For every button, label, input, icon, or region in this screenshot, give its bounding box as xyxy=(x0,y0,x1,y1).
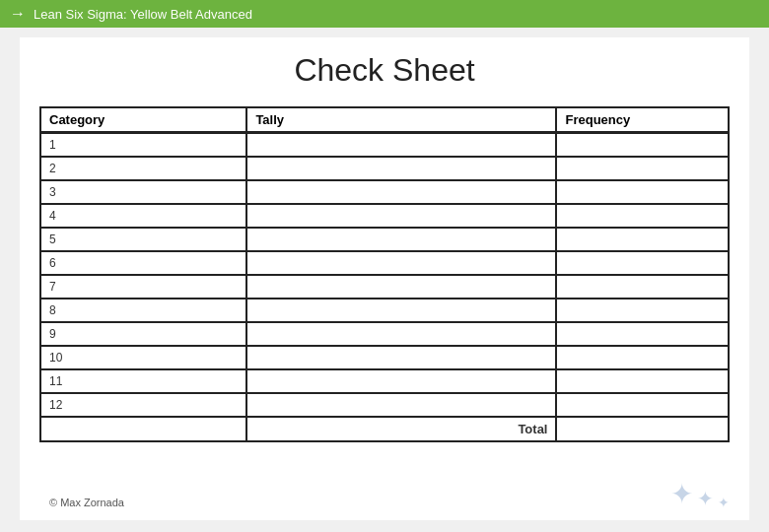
row-frequency xyxy=(556,204,729,228)
row-tally xyxy=(246,299,556,322)
star-icon-medium: ✦ xyxy=(697,487,714,510)
check-sheet-table: Category Tally Frequency 1 2 3 4 5 xyxy=(39,106,730,442)
row-number: 11 xyxy=(40,369,246,393)
page-title: Check Sheet xyxy=(39,52,730,89)
header-tally: Tally xyxy=(246,107,556,133)
row-number: 7 xyxy=(40,275,246,299)
main-content: Check Sheet Category Tally Frequency 1 2… xyxy=(20,37,749,520)
course-title: Lean Six Sigma: Yellow Belt Advanced xyxy=(34,7,252,22)
row-number: 1 xyxy=(40,133,246,158)
row-number: 12 xyxy=(40,393,246,417)
row-tally xyxy=(246,157,556,180)
row-number: 4 xyxy=(40,204,246,228)
row-tally xyxy=(246,228,556,251)
total-tally-cell: Total xyxy=(246,417,556,441)
table-row: 7 xyxy=(40,275,729,299)
row-number: 5 xyxy=(40,228,246,251)
row-tally xyxy=(246,346,556,369)
table-row: 8 xyxy=(40,299,729,322)
header-category: Category xyxy=(40,107,246,133)
copyright-text: © Max Zornada xyxy=(49,497,124,508)
table-row: 4 xyxy=(40,204,729,228)
row-tally xyxy=(246,133,556,158)
table-row: 12 xyxy=(40,393,729,417)
row-tally xyxy=(246,204,556,228)
row-tally xyxy=(246,322,556,346)
table-row: 9 xyxy=(40,322,729,346)
row-number: 8 xyxy=(40,299,246,322)
row-number: 6 xyxy=(40,251,246,275)
top-bar: → Lean Six Sigma: Yellow Belt Advanced xyxy=(0,0,769,28)
arrow-icon: → xyxy=(10,5,26,23)
row-tally xyxy=(246,275,556,299)
row-number: 9 xyxy=(40,322,246,346)
row-frequency xyxy=(556,393,729,417)
row-tally xyxy=(246,393,556,417)
row-tally xyxy=(246,369,556,393)
table-row: 3 xyxy=(40,180,729,204)
row-frequency xyxy=(556,299,729,322)
row-tally xyxy=(246,180,556,204)
table-header-row: Category Tally Frequency xyxy=(40,107,729,133)
table-row: 2 xyxy=(40,157,729,180)
table-row: 10 xyxy=(40,346,729,369)
table-row: 5 xyxy=(40,228,729,251)
row-frequency xyxy=(556,157,729,180)
row-frequency xyxy=(556,180,729,204)
decorative-stars: ✦ ✦ ✦ xyxy=(670,478,730,510)
row-frequency xyxy=(556,346,729,369)
row-frequency xyxy=(556,251,729,275)
row-number: 2 xyxy=(40,157,246,180)
table-row: 1 xyxy=(40,133,729,158)
row-frequency xyxy=(556,322,729,346)
star-icon-large: ✦ xyxy=(670,478,693,510)
row-frequency xyxy=(556,133,729,158)
header-frequency: Frequency xyxy=(556,107,729,133)
table-row: 6 xyxy=(40,251,729,275)
row-frequency xyxy=(556,369,729,393)
row-tally xyxy=(246,251,556,275)
total-frequency-cell xyxy=(556,417,729,441)
total-row: Total xyxy=(40,417,729,441)
row-frequency xyxy=(556,228,729,251)
total-label-cell xyxy=(40,417,246,441)
row-number: 10 xyxy=(40,346,246,369)
row-number: 3 xyxy=(40,180,246,204)
table-row: 11 xyxy=(40,369,729,393)
row-frequency xyxy=(556,275,729,299)
star-icon-small: ✦ xyxy=(718,495,730,510)
